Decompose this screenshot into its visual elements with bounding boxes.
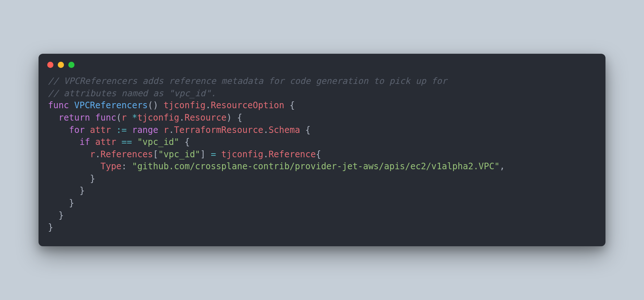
string-literal: "vpc_id" xyxy=(137,137,180,147)
space xyxy=(127,113,132,123)
comment-line: // attributes named as "vpc_id". xyxy=(48,88,216,98)
code-window: // VPCReferencers adds reference metadat… xyxy=(39,54,605,246)
keyword-if: if xyxy=(80,137,90,147)
star: * xyxy=(132,113,137,123)
keyword-for: for xyxy=(69,125,85,135)
bracket: ] xyxy=(200,149,205,159)
paren: ( xyxy=(148,100,153,110)
brace-close: } xyxy=(48,174,95,184)
package-name: tjconfig xyxy=(164,100,206,110)
indent xyxy=(48,161,101,171)
identifier: attr xyxy=(90,125,111,135)
space xyxy=(111,125,116,135)
paren: ( xyxy=(116,113,121,123)
space xyxy=(127,125,132,135)
keyword-range: range xyxy=(132,125,158,135)
type-name: Resource xyxy=(185,113,227,123)
operator: = xyxy=(211,149,216,159)
space xyxy=(85,125,90,135)
bracket: [ xyxy=(153,149,158,159)
package-name: tjconfig xyxy=(137,113,180,123)
package-name: tjconfig xyxy=(221,149,263,159)
paren: ) xyxy=(226,113,232,123)
colon: : xyxy=(121,161,126,171)
space xyxy=(90,137,95,147)
indent xyxy=(48,125,69,135)
brace-close: } xyxy=(48,222,53,232)
string-literal: "github.com/crossplane-contrib/provider-… xyxy=(132,161,499,171)
comma: , xyxy=(500,161,505,171)
brace-close: } xyxy=(48,198,74,208)
brace: { xyxy=(300,125,311,135)
identifier: r xyxy=(164,125,169,135)
close-icon[interactable] xyxy=(47,62,53,68)
window-titlebar xyxy=(39,54,605,72)
paren: ) xyxy=(153,100,158,110)
field-name: Type xyxy=(101,161,122,171)
dot: . xyxy=(179,113,184,123)
space xyxy=(69,100,74,110)
identifier: attr xyxy=(95,137,116,147)
dot: . xyxy=(263,125,268,135)
brace: { xyxy=(179,137,190,147)
property: TerraformResource xyxy=(174,125,263,135)
string-literal: "vpc_id" xyxy=(158,149,200,159)
dot: . xyxy=(206,100,211,110)
dot: . xyxy=(263,149,268,159)
param: r xyxy=(121,113,126,123)
keyword-func: func xyxy=(95,113,116,123)
operator: == xyxy=(121,137,132,147)
space xyxy=(116,137,121,147)
type-name: ResourceOption xyxy=(211,100,284,110)
type-name: Reference xyxy=(269,149,316,159)
brace-close: } xyxy=(48,210,64,220)
identifier: r xyxy=(90,149,95,159)
space xyxy=(90,113,95,123)
space xyxy=(158,100,163,110)
brace: { xyxy=(316,149,321,159)
brace-close: } xyxy=(48,186,85,196)
code-block: // VPCReferencers adds reference metadat… xyxy=(39,72,605,246)
indent xyxy=(48,137,80,147)
space xyxy=(158,125,163,135)
brace: { xyxy=(284,100,295,110)
keyword-func: func xyxy=(48,100,69,110)
space xyxy=(127,161,132,171)
space xyxy=(216,149,221,159)
keyword-return: return xyxy=(59,113,90,123)
dot: . xyxy=(95,149,100,159)
property: References xyxy=(101,149,153,159)
maximize-icon[interactable] xyxy=(68,62,75,68)
indent xyxy=(48,113,59,123)
minimize-icon[interactable] xyxy=(58,62,64,68)
dot: . xyxy=(169,125,174,135)
indent xyxy=(48,149,90,159)
comment-line: // VPCReferencers adds reference metadat… xyxy=(48,76,447,86)
function-name: VPCReferencers xyxy=(74,100,148,110)
space xyxy=(132,137,137,147)
brace: { xyxy=(232,113,242,123)
space xyxy=(206,149,211,159)
operator: := xyxy=(116,125,127,135)
property: Schema xyxy=(269,125,300,135)
